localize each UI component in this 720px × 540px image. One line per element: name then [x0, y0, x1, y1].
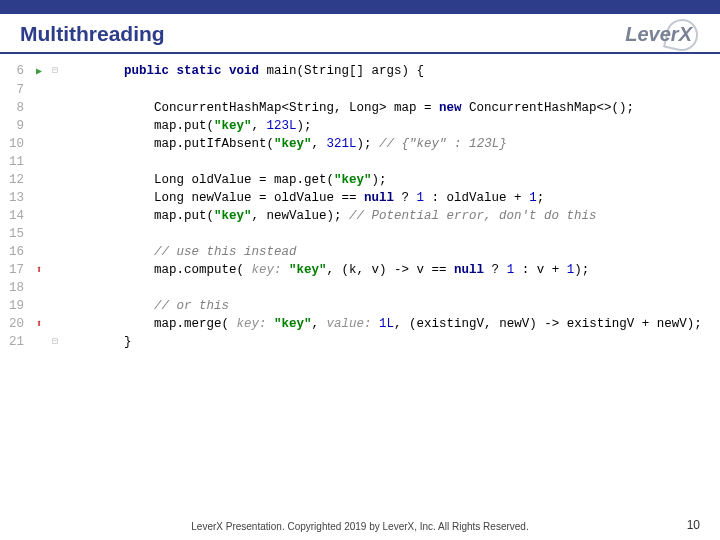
override-gutter-icon: ⬆ — [30, 261, 48, 279]
code-line: 10 map.putIfAbsent("key", 321L); // {"ke… — [0, 135, 720, 153]
line-number: 18 — [0, 279, 30, 297]
code-content — [62, 279, 720, 297]
code-content: Long newValue = oldValue == null ? 1 : o… — [62, 189, 720, 207]
fold-icon: ⊟ — [48, 333, 62, 351]
code-content: public static void main(String[] args) { — [62, 62, 720, 80]
code-line: 19 // or this — [0, 297, 720, 315]
code-block: 6▶⊟ public static void main(String[] arg… — [0, 54, 720, 351]
top-bar — [0, 0, 720, 14]
code-line: 16 // use this instead — [0, 243, 720, 261]
code-line: 6▶⊟ public static void main(String[] arg… — [0, 62, 720, 81]
code-content: // or this — [62, 297, 720, 315]
line-number: 10 — [0, 135, 30, 153]
code-line: 13 Long newValue = oldValue == null ? 1 … — [0, 189, 720, 207]
code-line: 12 Long oldValue = map.get("key"); — [0, 171, 720, 189]
line-number: 11 — [0, 153, 30, 171]
fold-icon: ⊟ — [48, 62, 62, 80]
code-line: 15 — [0, 225, 720, 243]
code-content — [62, 81, 720, 99]
code-content: map.putIfAbsent("key", 321L); // {"key" … — [62, 135, 720, 153]
code-line: 8 ConcurrentHashMap<String, Long> map = … — [0, 99, 720, 117]
line-number: 15 — [0, 225, 30, 243]
code-content: } — [62, 333, 720, 351]
code-content — [62, 225, 720, 243]
line-number: 12 — [0, 171, 30, 189]
slide-header: Multithreading LeverX — [0, 22, 720, 46]
footer-text: LeverX Presentation. Copyrighted 2019 by… — [0, 521, 720, 532]
leverx-logo: LeverX — [625, 23, 692, 46]
code-line: 18 — [0, 279, 720, 297]
code-content — [62, 153, 720, 171]
line-number: 13 — [0, 189, 30, 207]
line-number: 9 — [0, 117, 30, 135]
line-number: 17 — [0, 261, 30, 279]
code-line: 7 — [0, 81, 720, 99]
code-line: 21⊟ } — [0, 333, 720, 351]
line-number: 20 — [0, 315, 30, 333]
run-gutter-icon: ▶ — [30, 62, 48, 81]
override-gutter-icon: ⬆ — [30, 315, 48, 333]
code-line: 9 map.put("key", 123L); — [0, 117, 720, 135]
code-content: map.put("key", 123L); — [62, 117, 720, 135]
code-line: 20⬆ map.merge( key: "key", value: 1L, (e… — [0, 315, 720, 333]
code-content: Long oldValue = map.get("key"); — [62, 171, 720, 189]
code-content: map.compute( key: "key", (k, v) -> v == … — [62, 261, 720, 279]
code-line: 14 map.put("key", newValue); // Potentia… — [0, 207, 720, 225]
line-number: 6 — [0, 62, 30, 80]
code-content: map.merge( key: "key", value: 1L, (exist… — [62, 315, 720, 333]
line-number: 19 — [0, 297, 30, 315]
code-content: // use this instead — [62, 243, 720, 261]
code-line: 17⬆ map.compute( key: "key", (k, v) -> v… — [0, 261, 720, 279]
page-number: 10 — [687, 518, 700, 532]
code-content: map.put("key", newValue); // Potential e… — [62, 207, 720, 225]
line-number: 8 — [0, 99, 30, 117]
line-number: 16 — [0, 243, 30, 261]
line-number: 14 — [0, 207, 30, 225]
code-content: ConcurrentHashMap<String, Long> map = ne… — [62, 99, 720, 117]
slide-title: Multithreading — [20, 22, 165, 46]
code-line: 11 — [0, 153, 720, 171]
line-number: 7 — [0, 81, 30, 99]
line-number: 21 — [0, 333, 30, 351]
